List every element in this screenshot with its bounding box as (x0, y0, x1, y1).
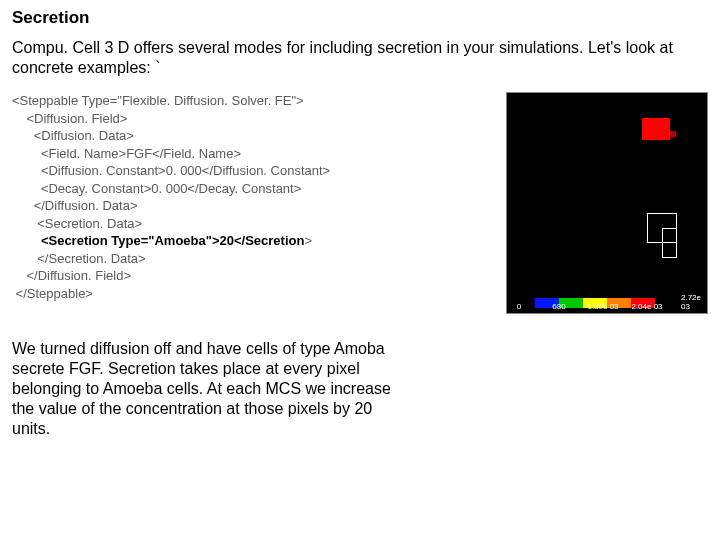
code-line-bold: <Secretion Type="Amoeba">20</Secretion (12, 233, 304, 248)
explanation-paragraph: We turned diffusion off and have cells o… (12, 339, 402, 439)
legend-tick: 2.72e 03 (681, 293, 701, 311)
amoeba-cell-red (642, 118, 670, 140)
section-title: Secretion (12, 8, 708, 28)
code-line: </Diffusion. Field> (12, 268, 131, 283)
code-line: <Diffusion. Field> (12, 111, 127, 126)
content-columns: <Steppable Type="Flexible. Diffusion. So… (12, 92, 708, 439)
amoeba-cell-red-pixel (670, 131, 676, 137)
left-column: <Steppable Type="Flexible. Diffusion. So… (12, 92, 496, 439)
code-line: <Field. Name>FGF</Field. Name> (12, 146, 241, 161)
code-line: <Decay. Constant>0. 000</Decay. Constant… (12, 181, 301, 196)
simulation-canvas: 0 680 1.36e 03 2.04e 03 2.72e 03 (506, 92, 708, 314)
legend-swatch (511, 298, 535, 308)
legend-tick: 2.04e 03 (631, 302, 662, 311)
code-line: </Secretion. Data> (12, 251, 146, 266)
legend-tick: 680 (552, 302, 565, 311)
legend-tick: 0 (517, 302, 521, 311)
code-line: <Steppable Type="Flexible. Diffusion. So… (12, 93, 304, 108)
code-line: <Diffusion. Data> (12, 128, 134, 143)
legend-tick: 1.36e 03 (587, 302, 618, 311)
code-line: </Diffusion. Data> (12, 198, 138, 213)
grid-outline (662, 228, 677, 258)
intro-paragraph: Compu. Cell 3 D offers several modes for… (12, 38, 708, 78)
color-legend: 0 680 1.36e 03 2.04e 03 2.72e 03 (511, 295, 703, 311)
code-line: <Diffusion. Constant>0. 000</Diffusion. … (12, 163, 330, 178)
code-line: <Secretion. Data> (12, 216, 142, 231)
code-block: <Steppable Type="Flexible. Diffusion. So… (12, 92, 496, 303)
code-line: > (304, 233, 312, 248)
code-line: </Steppable> (12, 286, 93, 301)
